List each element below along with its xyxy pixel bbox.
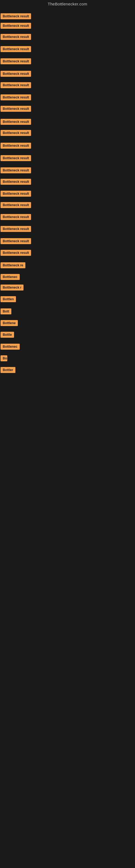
badge-row-15: Bottleneck result <box>1 179 31 186</box>
bottleneck-badge-23[interactable]: Bottlenec <box>1 274 20 280</box>
bottleneck-badge-17[interactable]: Bottleneck result <box>1 202 31 208</box>
badge-row-13: Bottleneck result <box>1 155 31 162</box>
bottleneck-badge-24[interactable]: Bottleneck r <box>1 284 24 290</box>
bottleneck-badge-6[interactable]: Bottleneck result <box>1 71 31 77</box>
bottleneck-badge-8[interactable]: Bottleneck result <box>1 94 31 100</box>
bottleneck-badge-12[interactable]: Bottleneck result <box>1 143 31 149</box>
bottleneck-badge-14[interactable]: Bottleneck result <box>1 167 31 173</box>
badge-row-11: Bottleneck result <box>1 130 31 137</box>
badge-row-9: Bottleneck result <box>1 106 31 113</box>
badge-row-26: Bott <box>1 308 11 315</box>
bottleneck-badge-11[interactable]: Bottleneck result <box>1 130 31 136</box>
bottleneck-badge-31[interactable]: Bottler <box>1 367 15 373</box>
page-container: TheBottlenecker.com Bottleneck resultBot… <box>0 0 135 868</box>
badge-row-14: Bottleneck result <box>1 167 31 175</box>
badge-row-24: Bottleneck r <box>1 284 24 291</box>
bottleneck-badge-28[interactable]: Bottle <box>1 332 14 338</box>
badge-row-10: Bottleneck result <box>1 119 31 126</box>
site-title: TheBottlenecker.com <box>0 0 135 7</box>
badge-row-2: Bottleneck result <box>1 23 31 30</box>
bottleneck-badge-18[interactable]: Bottleneck result <box>1 214 31 220</box>
badge-row-31: Bottler <box>1 367 15 374</box>
bottleneck-badge-5[interactable]: Bottleneck result <box>1 58 31 64</box>
bottleneck-badge-20[interactable]: Bottleneck result <box>1 238 31 244</box>
badge-row-12: Bottleneck result <box>1 143 31 150</box>
badge-row-5: Bottleneck result <box>1 58 31 65</box>
badge-row-19: Bottleneck result <box>1 226 31 233</box>
badge-row-20: Bottleneck result <box>1 238 31 245</box>
badge-row-28: Bottle <box>1 332 14 339</box>
bottleneck-badge-30[interactable]: Bo <box>1 355 7 361</box>
badge-row-3: Bottleneck result <box>1 34 31 41</box>
badge-row-23: Bottlenec <box>1 274 20 281</box>
badge-row-6: Bottleneck result <box>1 71 31 78</box>
bottleneck-badge-13[interactable]: Bottleneck result <box>1 155 31 161</box>
bottleneck-badge-2[interactable]: Bottleneck result <box>1 23 31 29</box>
bottleneck-badge-21[interactable]: Bottleneck result <box>1 250 31 256</box>
badge-row-30: Bo <box>1 355 7 362</box>
badge-row-22: Bottleneck re <box>1 262 26 269</box>
badge-row-4: Bottleneck result <box>1 46 31 53</box>
bottleneck-badge-7[interactable]: Bottleneck result <box>1 82 31 88</box>
bottleneck-badge-25[interactable]: Bottlen <box>1 296 16 302</box>
bottleneck-badge-26[interactable]: Bott <box>1 308 11 314</box>
badge-row-1: Bottleneck result <box>1 13 31 20</box>
bottleneck-badge-3[interactable]: Bottleneck result <box>1 34 31 40</box>
badge-row-18: Bottleneck result <box>1 214 31 221</box>
bottleneck-badge-27[interactable]: Bottlene <box>1 320 18 326</box>
bottleneck-badge-10[interactable]: Bottleneck result <box>1 119 31 125</box>
bottleneck-badge-9[interactable]: Bottleneck result <box>1 106 31 112</box>
bottleneck-badge-16[interactable]: Bottleneck result <box>1 191 31 197</box>
badge-row-16: Bottleneck result <box>1 191 31 198</box>
badge-row-17: Bottleneck result <box>1 202 31 209</box>
bottleneck-badge-15[interactable]: Bottleneck result <box>1 179 31 185</box>
badge-row-25: Bottlen <box>1 296 16 303</box>
badges-container: Bottleneck resultBottleneck resultBottle… <box>0 7 135 868</box>
badge-row-8: Bottleneck result <box>1 94 31 101</box>
badge-row-29: Bottlenec <box>1 344 20 351</box>
bottleneck-badge-19[interactable]: Bottleneck result <box>1 226 31 232</box>
badge-row-7: Bottleneck result <box>1 82 31 89</box>
bottleneck-badge-22[interactable]: Bottleneck re <box>1 262 26 268</box>
badge-row-21: Bottleneck result <box>1 250 31 257</box>
bottleneck-badge-4[interactable]: Bottleneck result <box>1 46 31 52</box>
bottleneck-badge-1[interactable]: Bottleneck result <box>1 13 31 19</box>
badge-row-27: Bottlene <box>1 320 18 327</box>
bottleneck-badge-29[interactable]: Bottlenec <box>1 344 20 350</box>
